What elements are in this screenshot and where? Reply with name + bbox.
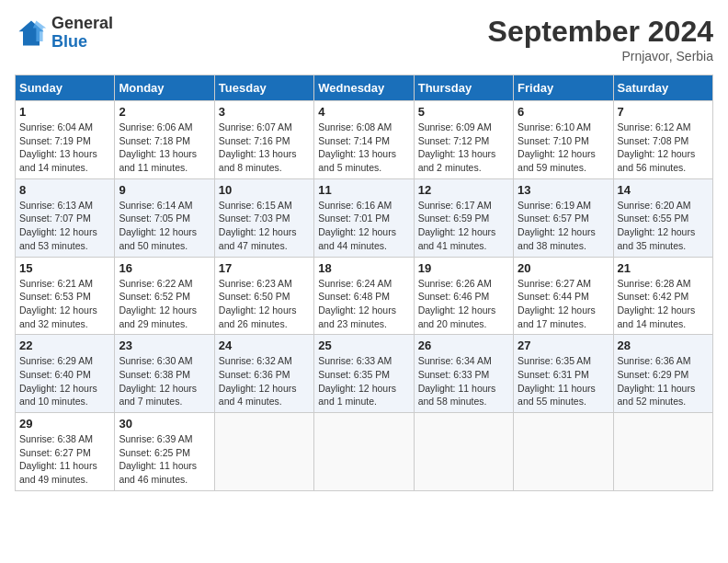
day-number: 20 <box>518 261 609 275</box>
day-number: 24 <box>219 339 310 352</box>
day-number: 5 <box>418 105 509 119</box>
day-number: 25 <box>318 339 409 352</box>
day-info: Sunrise: 6:10 AMSunset: 7:10 PMDaylight:… <box>518 121 609 175</box>
calendar-week-4: 22Sunrise: 6:29 AMSunset: 6:40 PMDayligh… <box>16 335 713 413</box>
logo-text: General Blue <box>51 15 113 52</box>
day-info: Sunrise: 6:16 AMSunset: 7:01 PMDaylight:… <box>318 199 409 253</box>
calendar-cell: 24Sunrise: 6:32 AMSunset: 6:36 PMDayligh… <box>214 335 313 413</box>
weekday-header-thursday: Thursday <box>414 75 513 101</box>
day-number: 30 <box>119 417 210 431</box>
day-info: Sunrise: 6:04 AMSunset: 7:19 PMDaylight:… <box>19 121 110 175</box>
weekday-header-monday: Monday <box>115 75 214 101</box>
weekday-header-tuesday: Tuesday <box>214 75 313 101</box>
day-number: 26 <box>418 339 509 352</box>
day-info: Sunrise: 6:21 AMSunset: 6:53 PMDaylight:… <box>19 277 110 331</box>
calendar-cell <box>514 413 613 491</box>
day-info: Sunrise: 6:35 AMSunset: 6:31 PMDaylight:… <box>518 354 609 408</box>
calendar-week-3: 15Sunrise: 6:21 AMSunset: 6:53 PMDayligh… <box>16 257 713 335</box>
day-info: Sunrise: 6:07 AMSunset: 7:16 PMDaylight:… <box>219 121 310 175</box>
calendar-cell: 3Sunrise: 6:07 AMSunset: 7:16 PMDaylight… <box>214 101 313 179</box>
calendar-cell: 15Sunrise: 6:21 AMSunset: 6:53 PMDayligh… <box>16 257 115 335</box>
day-info: Sunrise: 6:29 AMSunset: 6:40 PMDaylight:… <box>19 354 110 408</box>
day-info: Sunrise: 6:36 AMSunset: 6:29 PMDaylight:… <box>618 354 709 408</box>
day-number: 6 <box>518 105 609 119</box>
weekday-header-sunday: Sunday <box>16 75 115 101</box>
day-number: 22 <box>19 339 110 352</box>
calendar-cell: 12Sunrise: 6:17 AMSunset: 6:59 PMDayligh… <box>414 178 513 257</box>
day-number: 15 <box>19 261 110 275</box>
day-number: 7 <box>618 105 709 119</box>
day-info: Sunrise: 6:24 AMSunset: 6:48 PMDaylight:… <box>318 277 409 331</box>
calendar-cell: 18Sunrise: 6:24 AMSunset: 6:48 PMDayligh… <box>314 257 414 335</box>
calendar-cell: 26Sunrise: 6:34 AMSunset: 6:33 PMDayligh… <box>414 335 513 413</box>
calendar-week-1: 1Sunrise: 6:04 AMSunset: 7:19 PMDaylight… <box>16 101 713 179</box>
logo-icon <box>15 17 48 50</box>
day-number: 28 <box>618 339 709 352</box>
calendar-cell: 17Sunrise: 6:23 AMSunset: 6:50 PMDayligh… <box>214 257 313 335</box>
day-info: Sunrise: 6:20 AMSunset: 6:55 PMDaylight:… <box>618 199 709 253</box>
day-info: Sunrise: 6:15 AMSunset: 7:03 PMDaylight:… <box>219 199 310 253</box>
location: Prnjavor, Serbia <box>488 49 713 63</box>
day-info: Sunrise: 6:19 AMSunset: 6:57 PMDaylight:… <box>518 199 609 253</box>
day-number: 12 <box>418 183 509 197</box>
day-info: Sunrise: 6:06 AMSunset: 7:18 PMDaylight:… <box>119 121 210 175</box>
day-number: 13 <box>518 183 609 197</box>
calendar-week-5: 29Sunrise: 6:38 AMSunset: 6:27 PMDayligh… <box>16 413 713 491</box>
calendar-cell: 25Sunrise: 6:33 AMSunset: 6:35 PMDayligh… <box>314 335 414 413</box>
day-number: 18 <box>318 261 409 275</box>
day-info: Sunrise: 6:14 AMSunset: 7:05 PMDaylight:… <box>119 199 210 253</box>
calendar-cell: 1Sunrise: 6:04 AMSunset: 7:19 PMDaylight… <box>16 101 115 179</box>
day-info: Sunrise: 6:12 AMSunset: 7:08 PMDaylight:… <box>618 121 709 175</box>
calendar-cell: 27Sunrise: 6:35 AMSunset: 6:31 PMDayligh… <box>514 335 613 413</box>
title-block: September 2024 Prnjavor, Serbia <box>488 15 713 63</box>
calendar-table: SundayMondayTuesdayWednesdayThursdayFrid… <box>15 75 713 491</box>
day-number: 14 <box>618 183 709 197</box>
weekday-header-wednesday: Wednesday <box>314 75 414 101</box>
calendar-cell: 10Sunrise: 6:15 AMSunset: 7:03 PMDayligh… <box>214 178 313 257</box>
calendar-cell: 29Sunrise: 6:38 AMSunset: 6:27 PMDayligh… <box>16 413 115 491</box>
day-info: Sunrise: 6:34 AMSunset: 6:33 PMDaylight:… <box>418 354 509 408</box>
calendar-week-2: 8Sunrise: 6:13 AMSunset: 7:07 PMDaylight… <box>16 178 713 257</box>
day-info: Sunrise: 6:22 AMSunset: 6:52 PMDaylight:… <box>119 277 210 331</box>
logo-general: General <box>51 15 113 33</box>
calendar-cell <box>414 413 513 491</box>
day-info: Sunrise: 6:23 AMSunset: 6:50 PMDaylight:… <box>219 277 310 331</box>
day-number: 27 <box>518 339 609 352</box>
weekday-header-saturday: Saturday <box>613 75 712 101</box>
logo: General Blue <box>15 15 113 52</box>
calendar-cell: 22Sunrise: 6:29 AMSunset: 6:40 PMDayligh… <box>16 335 115 413</box>
day-number: 1 <box>19 105 110 119</box>
day-info: Sunrise: 6:08 AMSunset: 7:14 PMDaylight:… <box>318 121 409 175</box>
calendar-cell: 5Sunrise: 6:09 AMSunset: 7:12 PMDaylight… <box>414 101 513 179</box>
calendar-cell: 6Sunrise: 6:10 AMSunset: 7:10 PMDaylight… <box>514 101 613 179</box>
day-number: 16 <box>119 261 210 275</box>
day-number: 23 <box>119 339 210 352</box>
weekday-header-friday: Friday <box>514 75 613 101</box>
day-info: Sunrise: 6:17 AMSunset: 6:59 PMDaylight:… <box>418 199 509 253</box>
day-number: 10 <box>219 183 310 197</box>
calendar-cell: 23Sunrise: 6:30 AMSunset: 6:38 PMDayligh… <box>115 335 214 413</box>
day-number: 9 <box>119 183 210 197</box>
calendar-cell: 4Sunrise: 6:08 AMSunset: 7:14 PMDaylight… <box>314 101 414 179</box>
day-info: Sunrise: 6:32 AMSunset: 6:36 PMDaylight:… <box>219 354 310 408</box>
day-info: Sunrise: 6:30 AMSunset: 6:38 PMDaylight:… <box>119 354 210 408</box>
day-number: 2 <box>119 105 210 119</box>
day-number: 4 <box>318 105 409 119</box>
day-info: Sunrise: 6:13 AMSunset: 7:07 PMDaylight:… <box>19 199 110 253</box>
day-number: 3 <box>219 105 310 119</box>
day-number: 29 <box>19 417 110 431</box>
calendar-cell <box>314 413 414 491</box>
day-number: 19 <box>418 261 509 275</box>
day-info: Sunrise: 6:28 AMSunset: 6:42 PMDaylight:… <box>618 277 709 331</box>
calendar-cell: 21Sunrise: 6:28 AMSunset: 6:42 PMDayligh… <box>613 257 712 335</box>
day-number: 21 <box>618 261 709 275</box>
calendar-cell: 13Sunrise: 6:19 AMSunset: 6:57 PMDayligh… <box>514 178 613 257</box>
calendar-cell: 8Sunrise: 6:13 AMSunset: 7:07 PMDaylight… <box>16 178 115 257</box>
day-info: Sunrise: 6:39 AMSunset: 6:25 PMDaylight:… <box>119 432 210 487</box>
calendar-cell: 20Sunrise: 6:27 AMSunset: 6:44 PMDayligh… <box>514 257 613 335</box>
calendar-cell <box>613 413 712 491</box>
calendar-cell: 30Sunrise: 6:39 AMSunset: 6:25 PMDayligh… <box>115 413 214 491</box>
calendar-cell: 2Sunrise: 6:06 AMSunset: 7:18 PMDaylight… <box>115 101 214 179</box>
logo-blue: Blue <box>51 33 113 52</box>
calendar-cell <box>214 413 313 491</box>
